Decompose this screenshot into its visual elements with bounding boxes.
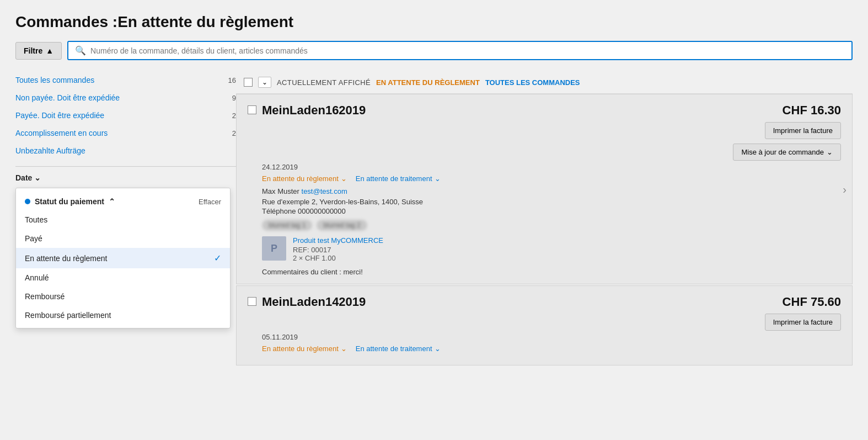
sidebar-nav: Toutes les commandes 16 Non payée. Doit … xyxy=(15,71,236,160)
order-tag-1b: blurred tag 2 xyxy=(317,220,367,231)
page-wrapper: Commandes :En attente du règlement Filtr… xyxy=(0,0,868,440)
active-filter-dot xyxy=(25,199,30,204)
filter-dropdown-options: Toutes Payé En attente du règlement ✓ An… xyxy=(16,210,230,325)
filter-dropdown-arrow-icon: ⌃ xyxy=(109,197,115,206)
order-card-2: MeinLaden142019 CHF 75.60 Imprimer la fa… xyxy=(236,285,853,365)
update-order-btn-1[interactable]: Mise à jour de commande ⌄ xyxy=(733,144,841,161)
date-chevron-icon: ⌄ xyxy=(34,173,41,182)
payment-status-dropdown: Statut du paiement ⌃ Effacer Toutes Payé… xyxy=(15,188,231,328)
order-actions-1: CHF 16.30 Imprimer la facture Mise à jou… xyxy=(733,103,841,161)
order-date-2: 05.11.2019 xyxy=(262,333,841,341)
filter-option-paye-label: Payé xyxy=(25,234,42,243)
search-icon: 🔍 xyxy=(75,45,86,56)
order-comment-1: Commentaires du client : merci! xyxy=(262,268,841,276)
payment-status-badge-2[interactable]: En attente du règlement ⌄ xyxy=(262,344,347,353)
order-statuses-1: En attente du règlement ⌄ En attente de … xyxy=(262,174,841,183)
sidebar-item-unpaid[interactable]: Non payée. Doit être expédiée 9 xyxy=(15,89,236,107)
order-price-2: CHF 75.60 xyxy=(783,295,841,309)
page-title: Commandes :En attente du règlement xyxy=(15,13,853,31)
filter-option-annule[interactable]: Annulé xyxy=(16,268,230,287)
filter-option-annule-label: Annulé xyxy=(25,273,49,282)
filter-label: Filtre xyxy=(24,46,42,55)
fulfillment-status-arrow-icon: ⌄ xyxy=(435,174,441,183)
product-ref-1: REF: 00017 xyxy=(293,246,383,254)
filter-option-rembourse-partial[interactable]: Remboursé partiellement xyxy=(16,306,230,325)
search-box: 🔍 xyxy=(67,41,853,60)
order-title-area-2: MeinLaden142019 xyxy=(248,295,366,309)
main-layout: Toutes les commandes 16 Non payée. Doit … xyxy=(15,71,853,367)
order-phone-1: Téléphone 000000000000 xyxy=(262,207,841,215)
order-card-header: MeinLaden162019 CHF 16.30 Imprimer la fa… xyxy=(248,103,841,161)
order-actions-2: CHF 75.60 Imprimer la facture xyxy=(765,295,841,331)
filter-option-paye[interactable]: Payé xyxy=(16,229,230,248)
product-info-1: Produit test MyCOMMERCE REF: 00017 2 × C… xyxy=(293,236,383,262)
filter-option-rembourse-label: Remboursé xyxy=(25,292,65,301)
filter-option-toutes[interactable]: Toutes xyxy=(16,210,230,229)
order-checkbox-2[interactable] xyxy=(248,297,256,306)
currently-shown-label: ACTUELLEMENT AFFICHÉ xyxy=(277,78,371,87)
sidebar-item-all[interactable]: Toutes les commandes 16 xyxy=(15,71,236,89)
filter-option-en-attente-label: En attente du règlement xyxy=(25,254,107,263)
sidebar-link-unpaid[interactable]: Non payée. Doit être expédiée xyxy=(15,93,120,102)
sidebar-link-all[interactable]: Toutes les commandes xyxy=(15,76,94,84)
payment-status-badge-1[interactable]: En attente du règlement ⌄ xyxy=(262,174,347,183)
fulfillment-status-badge-2[interactable]: En attente de traitement ⌄ xyxy=(356,344,441,353)
filter-dropdown-header: Statut du paiement ⌃ Effacer xyxy=(16,195,230,210)
clear-filter-link[interactable]: Effacer xyxy=(199,198,221,206)
sidebar-divider xyxy=(15,166,236,167)
filter-option-rembourse[interactable]: Remboursé xyxy=(16,287,230,306)
order-tags-1: blurred tag 1 blurred tag 2 xyxy=(262,220,841,231)
order-checkbox-1[interactable] xyxy=(248,105,256,114)
order-card: MeinLaden162019 CHF 16.30 Imprimer la fa… xyxy=(236,94,853,284)
toolbar: Filtre ▲ 🔍 xyxy=(15,41,853,60)
bulk-action-dropdown-btn[interactable]: ⌄ xyxy=(258,77,271,88)
sidebar-link-paid[interactable]: Payée. Doit être expédiée xyxy=(15,111,104,120)
fulfillment-status-arrow-icon-2: ⌄ xyxy=(435,344,441,353)
order-product-1: P Produit test MyCOMMERCE REF: 00017 2 ×… xyxy=(262,236,841,262)
filter-option-toutes-label: Toutes xyxy=(25,215,47,224)
selected-check-icon: ✓ xyxy=(214,253,221,263)
sidebar-link-fulfillment[interactable]: Accomplissement en cours xyxy=(15,129,108,137)
search-input[interactable] xyxy=(90,46,845,55)
filter-option-rembourse-partial-label: Remboursé partiellement xyxy=(25,311,111,320)
fulfillment-status-badge-1[interactable]: En attente de traitement ⌄ xyxy=(356,174,441,183)
sidebar: Toutes les commandes 16 Non payée. Doit … xyxy=(15,71,236,367)
order-customer-1: Max Muster test@test.com xyxy=(262,187,841,195)
order-expand-chevron-1[interactable]: › xyxy=(843,183,846,195)
orders-top-bar: ⌄ ACTUELLEMENT AFFICHÉ EN ATTENTE DU RÈG… xyxy=(236,71,853,94)
all-orders-link[interactable]: TOUTES LES COMMANDES xyxy=(485,78,580,87)
current-filter-label: EN ATTENTE DU RÈGLEMENT xyxy=(376,78,480,87)
print-invoice-btn-2[interactable]: Imprimer la facture xyxy=(765,314,841,331)
order-name-1: MeinLaden162019 xyxy=(262,103,366,118)
order-tag-1a: blurred tag 1 xyxy=(262,220,312,231)
order-address-1: Rue d'exemple 2, Yverdon-les-Bains, 1400… xyxy=(262,198,841,206)
orders-panel: ⌄ ACTUELLEMENT AFFICHÉ EN ATTENTE DU RÈG… xyxy=(236,71,853,367)
order-title-area: MeinLaden162019 xyxy=(248,103,366,118)
select-all-checkbox[interactable] xyxy=(244,78,253,87)
sidebar-item-fulfillment[interactable]: Accomplissement en cours 2 xyxy=(15,124,236,142)
filter-button[interactable]: Filtre ▲ xyxy=(15,42,62,60)
payment-status-arrow-icon: ⌄ xyxy=(341,174,347,183)
print-invoice-btn-1[interactable]: Imprimer la facture xyxy=(765,122,841,139)
order-statuses-2: En attente du règlement ⌄ En attente de … xyxy=(262,344,841,353)
sidebar-count-unpaid: 9 xyxy=(232,94,236,102)
sidebar-item-unbezahlt[interactable]: Unbezahlte Aufträge xyxy=(15,142,236,160)
order-price-1: CHF 16.30 xyxy=(783,103,841,118)
payment-status-arrow-icon-2: ⌄ xyxy=(341,344,347,353)
product-name-1[interactable]: Produit test MyCOMMERCE xyxy=(293,236,383,245)
update-order-arrow-icon: ⌄ xyxy=(827,148,833,156)
sidebar-count-paid: 2 xyxy=(232,112,236,120)
filter-arrow-icon: ▲ xyxy=(46,46,53,55)
sidebar-item-paid[interactable]: Payée. Doit être expédiée 2 xyxy=(15,107,236,124)
sidebar-count-fulfillment: 2 xyxy=(232,129,236,137)
filter-option-en-attente[interactable]: En attente du règlement ✓ xyxy=(16,248,230,268)
sidebar-count-all: 16 xyxy=(228,76,236,84)
product-thumb-1: P xyxy=(262,236,286,261)
date-filter-label: Date xyxy=(15,173,32,182)
order-name-2: MeinLaden142019 xyxy=(262,295,366,309)
sidebar-link-unbezahlt[interactable]: Unbezahlte Aufträge xyxy=(15,146,85,155)
filter-dropdown-title-text: Statut du paiement xyxy=(35,197,104,206)
customer-email-link-1[interactable]: test@test.com xyxy=(302,187,347,195)
order-card-header-2: MeinLaden142019 CHF 75.60 Imprimer la fa… xyxy=(248,295,841,331)
date-filter-button[interactable]: Date ⌄ xyxy=(15,173,236,182)
